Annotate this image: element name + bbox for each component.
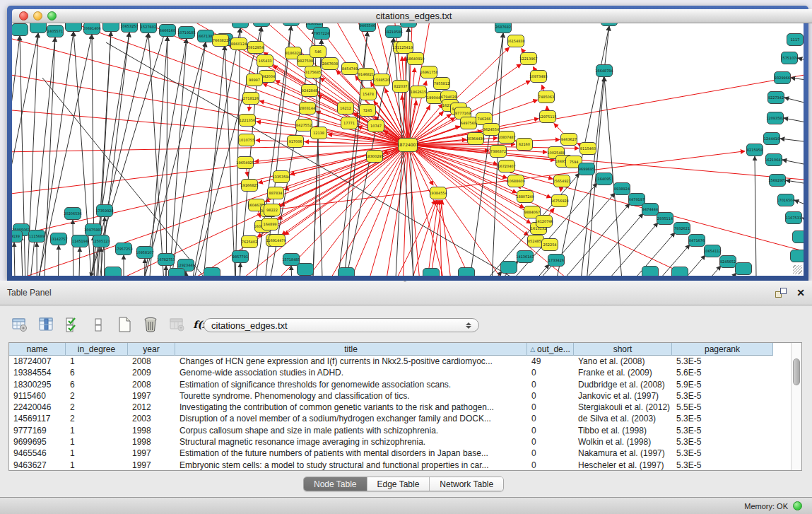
graph-node[interactable]: 7485063 — [539, 91, 555, 103]
table-cell[interactable]: Tourette syndrome. Phenomenology and cla… — [175, 390, 527, 402]
close-window-button[interactable] — [19, 11, 28, 21]
graph-node[interactable]: 20364436 — [466, 133, 484, 145]
graph-node[interactable]: 1145194 — [72, 235, 88, 247]
graph-node[interactable]: 2405571 — [47, 25, 64, 37]
graph-node[interactable]: 15654923 — [553, 175, 570, 187]
window-resize-grip[interactable] — [793, 265, 802, 274]
table-cell[interactable]: 6 — [66, 367, 128, 378]
table-cell[interactable]: Stergiakouli et al. (2012) — [574, 402, 672, 413]
select-columns-icon[interactable] — [36, 315, 56, 334]
table-cell[interactable]: Corpus callosum shape and size in male p… — [175, 425, 527, 436]
table-cell[interactable]: 1 — [66, 436, 128, 448]
table-cell[interactable]: 1998 — [128, 425, 175, 436]
graph-node[interactable]: 1117 — [787, 34, 804, 46]
network-canvas[interactable]: 2405571206914061065325715276026466160107… — [12, 23, 804, 276]
graph-node[interactable]: 1862615 — [411, 86, 427, 98]
graph-node[interactable]: 2687682 — [495, 23, 512, 33]
graph-node[interactable]: 14136141 — [516, 251, 534, 263]
graph-node[interactable]: 10719185 — [177, 27, 195, 39]
graph-node[interactable]: 98997 — [247, 74, 263, 86]
table-cell[interactable]: 0 — [527, 425, 574, 436]
table-cell[interactable]: 5.3E-5 — [672, 436, 773, 448]
deselect-all-icon[interactable] — [88, 315, 108, 334]
graph-node[interactable]: 30975887 — [84, 224, 102, 236]
graph-node[interactable]: 9463627 — [561, 134, 577, 146]
graph-node[interactable]: 8860124 — [231, 38, 247, 50]
table-cell[interactable]: Investigating the contribution of common… — [175, 402, 527, 413]
graph-node[interactable]: 5912954 — [248, 42, 264, 54]
graph-node[interactable]: 165433 — [257, 55, 273, 67]
table-cell[interactable]: 0 — [527, 402, 574, 413]
graph-node[interactable]: 8471676 — [689, 235, 705, 247]
table-cell[interactable]: 5.3E-5 — [672, 390, 773, 402]
graph-node[interactable]: 39139 — [12, 230, 23, 243]
minimize-window-button[interactable] — [33, 11, 42, 21]
table-cell[interactable]: Yano et al. (2008) — [574, 356, 672, 367]
graph-node[interactable] — [459, 268, 475, 276]
graph-node[interactable]: 7663822 — [213, 35, 229, 47]
table-cell[interactable]: 0 — [527, 436, 574, 448]
tab-network-table[interactable]: Network Table — [430, 477, 503, 491]
graph-node[interactable]: 9329966 — [775, 72, 791, 84]
table-cell[interactable]: 5.3E-5 — [672, 425, 773, 436]
table-row[interactable]: 969969511998Structural magnetic resonanc… — [9, 436, 791, 448]
graph-node[interactable]: 12213967 — [519, 53, 537, 65]
table-cell[interactable]: Franke et al. (2009) — [574, 367, 672, 378]
table-cell[interactable]: 22420046 — [9, 402, 66, 413]
graph-node[interactable]: 1010755 — [239, 134, 255, 146]
table-cell[interactable]: Jankovic et al. (1997) — [574, 390, 672, 402]
graph-node[interactable]: 1125419 — [397, 42, 413, 54]
graph-node[interactable]: 8215958 — [747, 144, 763, 156]
graph-node[interactable]: 9474444 — [642, 204, 659, 216]
graph-node[interactable]: 20206536 — [64, 208, 81, 220]
graph-node[interactable]: 6497568 — [461, 117, 477, 129]
network-graph[interactable]: 2405571206914061065325715276026466160107… — [12, 23, 804, 276]
graph-node[interactable]: 9227342 — [768, 92, 784, 104]
scrollbar-thumb[interactable] — [793, 358, 800, 385]
table-cell[interactable]: 2 — [66, 413, 128, 424]
table-cell[interactable]: 5.3E-5 — [672, 356, 773, 367]
graph-node[interactable] — [601, 23, 618, 26]
graph-node[interactable]: 8938924 — [614, 183, 630, 195]
graph-node[interactable]: 10807487 — [498, 132, 515, 144]
graph-node[interactable] — [105, 267, 122, 276]
graph-node[interactable]: 17957253 — [114, 243, 132, 255]
table-selector[interactable]: citations_edges.txt — [204, 318, 479, 332]
table-row[interactable]: 946362711997Embryonic stem cells: a mode… — [9, 460, 791, 471]
table-cell[interactable]: Structural magnetic resonance image aver… — [175, 436, 527, 448]
column-header-in-degree[interactable]: in_degree — [66, 343, 128, 356]
graph-node[interactable] — [736, 263, 752, 275]
graph-node[interactable]: 16648784 — [595, 65, 613, 77]
column-header-year[interactable]: year — [128, 343, 175, 356]
table-cell[interactable]: 1997 — [128, 390, 175, 402]
graph-node[interactable]: 3624554 — [483, 124, 500, 136]
graph-node[interactable]: 18300295 — [365, 151, 383, 163]
network-window-titlebar[interactable]: citations_edges.txt — [12, 9, 812, 23]
graph-node[interactable]: 1244419 — [764, 133, 780, 145]
graph-node[interactable]: 18807249 — [516, 191, 534, 203]
graph-node[interactable]: 887834 — [268, 187, 284, 199]
graph-node[interactable]: 15751074 — [780, 52, 798, 64]
graph-node[interactable] — [642, 267, 659, 276]
graph-node[interactable]: 17016504 — [777, 194, 794, 206]
splitter-handle[interactable]: ⌃ — [399, 281, 411, 286]
graph-node[interactable]: 1167531 — [786, 212, 802, 224]
graph-node[interactable]: 1115689 — [29, 230, 45, 243]
table-cell[interactable]: 49 — [527, 356, 574, 367]
graph-node[interactable]: 1588520 — [374, 74, 390, 86]
table-cell[interactable]: 2009 — [128, 367, 175, 378]
graph-node[interactable] — [103, 23, 119, 32]
graph-node[interactable]: 14120746 — [535, 216, 553, 228]
table-cell[interactable]: 0 — [527, 367, 574, 378]
table-cell[interactable]: 0 — [527, 379, 574, 390]
column-header-out-de[interactable]: △out_de... — [527, 343, 574, 356]
graph-node[interactable]: 10654112 — [703, 245, 721, 257]
graph-node[interactable]: 2935114 — [657, 213, 673, 225]
table-cell[interactable]: 5.3E-5 — [672, 460, 773, 471]
graph-node[interactable]: 9699695 — [579, 163, 595, 175]
graph-node[interactable]: 9245652 — [720, 256, 736, 268]
graph-node[interactable]: 1527602 — [141, 23, 157, 33]
table-settings-icon[interactable] — [10, 315, 30, 334]
table-cell[interactable]: 1 — [66, 460, 128, 471]
table-cell[interactable]: 2 — [66, 402, 128, 413]
